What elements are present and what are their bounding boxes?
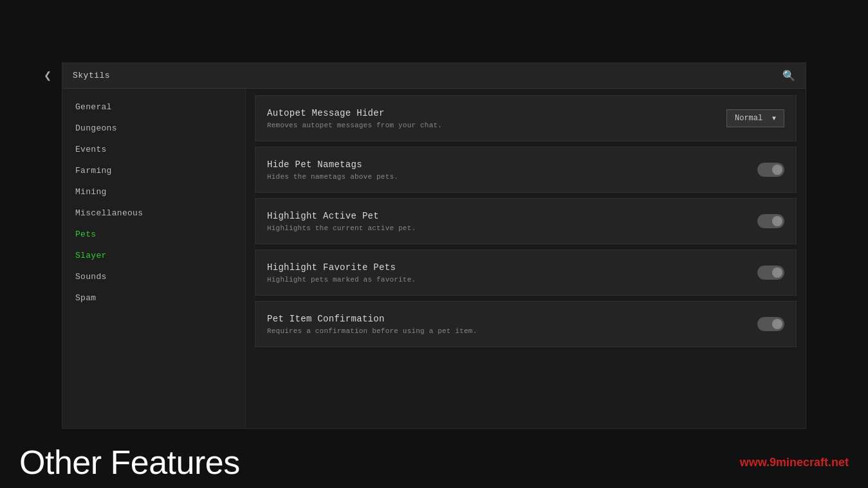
sidebar-item-sounds[interactable]: Sounds (62, 266, 245, 287)
modal-body: General Dungeons Events Farming Mining M… (62, 89, 806, 428)
setting-desc: Highlights the current active pet. (267, 224, 744, 232)
sidebar-item-pets[interactable]: Pets (62, 224, 245, 245)
highlight-favorite-pets-toggle[interactable] (757, 266, 784, 280)
setting-text: Highlight Favorite Pets Highlight pets m… (267, 262, 744, 284)
dropdown-value: Normal (735, 114, 762, 123)
setting-title: Highlight Favorite Pets (267, 262, 744, 273)
sidebar: General Dungeons Events Farming Mining M… (62, 89, 246, 428)
outer-background: ❮ Skytils 🔍 General Dungeons Events Farm… (0, 0, 868, 488)
modal-header: Skytils 🔍 (62, 63, 806, 89)
content-area: Autopet Message Hider Removes autopet me… (246, 89, 806, 428)
sidebar-item-spam[interactable]: Spam (62, 287, 245, 309)
pet-item-confirmation-toggle[interactable] (757, 317, 784, 331)
sidebar-item-mining[interactable]: Mining (62, 181, 245, 203)
setting-title: Autopet Message Hider (267, 108, 714, 118)
bottom-bar: Other Features www.9minecraft.net (0, 437, 868, 488)
sidebar-item-events[interactable]: Events (62, 139, 245, 160)
setting-text: Autopet Message Hider Removes autopet me… (267, 108, 714, 129)
sidebar-item-slayer[interactable]: Slayer (62, 245, 245, 266)
setting-desc: Hides the nametags above pets. (267, 173, 744, 181)
watermark-text: www.9minecraft.net (740, 456, 849, 469)
setting-text: Pet Item Confirmation Requires a confirm… (267, 314, 744, 335)
setting-highlight-active-pet: Highlight Active Pet Highlights the curr… (255, 198, 797, 244)
back-button[interactable]: ❮ (44, 62, 51, 88)
setting-desc: Requires a confirmation before using a p… (267, 327, 744, 335)
search-icon[interactable]: 🔍 (782, 69, 795, 82)
other-features-label: Other Features (19, 443, 240, 482)
modal-title: Skytils (73, 71, 110, 80)
setting-title: Hide Pet Nametags (267, 159, 744, 170)
sidebar-item-dungeons[interactable]: Dungeons (62, 118, 245, 139)
setting-autopet-message-hider: Autopet Message Hider Removes autopet me… (255, 95, 797, 141)
sidebar-item-farming[interactable]: Farming (62, 160, 245, 181)
highlight-active-pet-toggle[interactable] (757, 214, 784, 228)
setting-hide-pet-nametags: Hide Pet Nametags Hides the nametags abo… (255, 147, 797, 193)
setting-desc: Removes autopet messages from your chat. (267, 122, 714, 129)
setting-text: Hide Pet Nametags Hides the nametags abo… (267, 159, 744, 181)
setting-text: Highlight Active Pet Highlights the curr… (267, 211, 744, 232)
sidebar-item-general[interactable]: General (62, 96, 245, 118)
setting-desc: Highlight pets marked as favorite. (267, 276, 744, 284)
hide-pet-nametags-toggle[interactable] (757, 163, 784, 177)
settings-modal: Skytils 🔍 General Dungeons Events Farmin… (62, 62, 806, 429)
sidebar-item-miscellaneous[interactable]: Miscellaneous (62, 203, 245, 224)
setting-title: Highlight Active Pet (267, 211, 744, 221)
setting-highlight-favorite-pets: Highlight Favorite Pets Highlight pets m… (255, 249, 797, 296)
autopet-dropdown[interactable]: Normal ▼ (726, 109, 784, 127)
setting-pet-item-confirmation: Pet Item Confirmation Requires a confirm… (255, 301, 797, 347)
setting-title: Pet Item Confirmation (267, 314, 744, 324)
chevron-down-icon: ▼ (772, 115, 776, 122)
